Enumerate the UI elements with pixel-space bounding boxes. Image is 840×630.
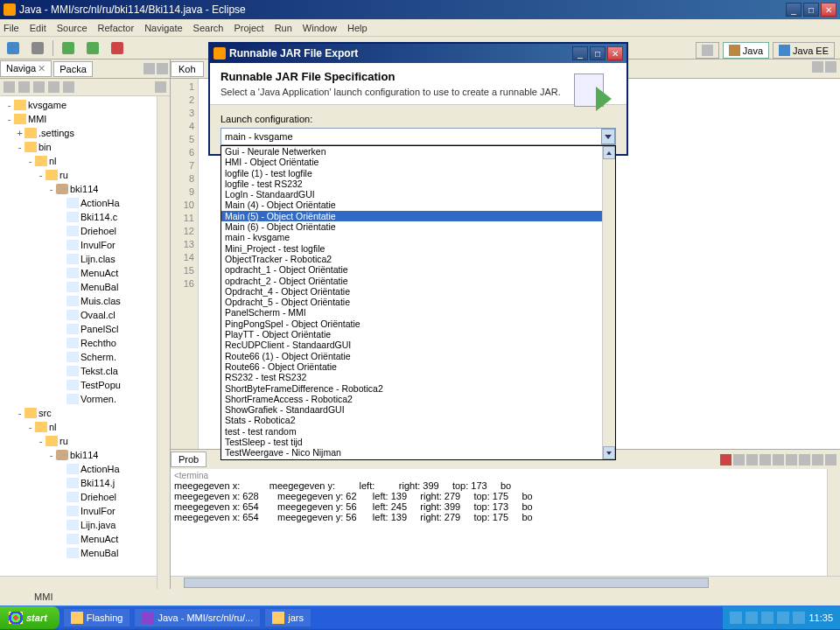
combo-option[interactable]: Opdracht_4 - Object Oriëntatie [221,286,615,297]
combo-option[interactable]: Route66 (1) - Object Oriëntatie [221,351,615,361]
tray-icon[interactable] [777,612,789,624]
tree-item[interactable]: Driehoel [2,224,168,238]
tree-item[interactable]: Muis.clas [2,294,168,308]
tree-hscrollbar[interactable] [0,576,157,589]
new-button[interactable] [4,39,23,57]
tree-item[interactable]: -ru [2,168,168,182]
taskbar-item-eclipse[interactable]: Java - MMI/src/nl/ru/... [134,608,261,627]
tree-item[interactable]: Ovaal.cl [2,308,168,322]
tree-item[interactable]: -nl [2,420,168,434]
link-icon[interactable] [63,81,74,93]
tree-item[interactable]: Bki114.c [2,210,168,224]
remove-all-icon[interactable] [746,454,758,466]
menu-source[interactable]: Source [57,23,88,33]
console-output[interactable]: <termina meegegeven x: meegegeven y: lef… [171,469,840,576]
console-max-icon[interactable] [825,454,836,466]
tree-item[interactable]: MenuAct [2,532,168,546]
open-perspective-button[interactable] [696,42,719,59]
combo-option[interactable]: ObjectTracker - Robotica2 [221,254,615,264]
tray-icon[interactable] [746,612,758,624]
combo-option[interactable]: PingPongSpel - Object Oriëntatie [221,318,615,329]
tree-item[interactable]: Lijn.java [2,518,168,532]
tree-item[interactable]: -src [2,406,168,420]
editor-tab[interactable]: Koh [171,61,204,77]
combo-option[interactable]: Main (4) - Object Oriëntatie [221,200,615,210]
tree-vscrollbar[interactable] [157,96,170,589]
menu-search[interactable]: Search [193,23,224,33]
combo-option[interactable]: test - test random [221,426,615,437]
tree-item[interactable]: -MMI [2,112,168,126]
combo-option[interactable]: TestWeergave - Nico Nijman [221,447,615,458]
tree-item[interactable]: MenuBal [2,546,168,560]
menu-file[interactable]: File [4,23,19,33]
scroll-lock-icon[interactable] [760,454,771,466]
menu-run[interactable]: Run [275,23,292,33]
tree-item[interactable]: -bki114 [2,182,168,196]
tree-item[interactable]: PanelScl [2,322,168,336]
combo-option[interactable]: Mini_Project - test logfile [221,243,615,254]
open-console-icon[interactable] [799,454,810,466]
combo-option[interactable]: main - kvsgame [221,232,615,242]
combo-option[interactable]: RecUDPClient - StandaardGUI [221,340,615,350]
combo-option[interactable]: opdracht_2 - Object Oriëntatie [221,276,615,286]
tray-icon[interactable] [761,612,774,624]
run-button[interactable] [83,39,102,57]
tree-item[interactable]: -ru [2,434,168,448]
tree-item[interactable]: MenuBal [2,280,168,294]
tree-item[interactable]: -bki114 [2,448,168,462]
scroll-up-icon[interactable] [603,146,615,159]
menu-navigate[interactable]: Navigate [144,23,182,33]
perspective-javaee[interactable]: Java EE [773,42,835,59]
tree-item[interactable]: ActionHa [2,462,168,476]
menu-window[interactable]: Window [303,23,337,33]
tray-icon[interactable] [730,612,742,624]
save-button[interactable] [28,39,47,57]
dialog-close-button[interactable]: ✕ [607,46,623,60]
console-min-icon[interactable] [812,454,823,466]
tree-item[interactable]: Vormen. [2,392,168,406]
combo-option[interactable]: RS232 - test RS232 [221,372,615,382]
menu-help[interactable]: Help [347,23,368,33]
remove-icon[interactable] [733,454,745,466]
combo-option[interactable]: LogIn - StandaardGUI [221,189,615,200]
menu-refactor[interactable]: Refactor [98,23,135,33]
up-icon[interactable] [33,81,45,93]
tree-item[interactable]: Scherm. [2,350,168,364]
tree-item[interactable]: +.settings [2,126,168,140]
debug-button[interactable] [59,39,78,57]
combo-option[interactable]: VisualSummary - Robotica2 [221,458,615,460]
combo-option[interactable]: Gui - Neurale Netwerken [221,146,615,157]
back-icon[interactable] [4,81,15,93]
tree-item[interactable]: ActionHa [2,196,168,210]
tree-item[interactable]: -bin [2,140,168,154]
project-tree[interactable]: -kvsgame-MMI+.settings-bin-nl-ru-bki114 … [0,96,170,589]
minimize-view-icon[interactable] [144,63,155,74]
display-icon[interactable] [786,454,797,466]
scroll-down-icon[interactable] [603,446,615,459]
system-tray[interactable]: 11:35 [723,606,840,629]
tree-item[interactable]: Lijn.clas [2,252,168,266]
combo-option[interactable]: Main (6) - Object Oriëntatie [221,221,615,232]
combo-option[interactable]: PlayTT - Object Oriëntatie [221,329,615,340]
combo-option[interactable]: Opdracht_5 - Object Oriëntatie [221,297,615,307]
combo-option[interactable]: TestSleep - test tijd [221,437,615,447]
perspective-java[interactable]: Java [723,42,769,59]
combo-option[interactable]: opdracht_1 - Object Oriëntatie [221,264,615,275]
tree-item[interactable]: TestPopu [2,378,168,392]
tree-item[interactable]: Driehoel [2,490,168,504]
combo-option[interactable]: logfile - test RS232 [221,178,615,189]
maximize-button[interactable]: □ [803,3,819,17]
forward-icon[interactable] [18,81,30,93]
menu-edit[interactable]: Edit [30,23,46,33]
taskbar-item-flashing[interactable]: Flashing [63,608,131,627]
menu-project[interactable]: Project [234,23,263,33]
pin-icon[interactable] [773,454,784,466]
tree-item[interactable]: Bki114.j [2,476,168,490]
problems-tab[interactable]: Prob [171,452,206,467]
close-button[interactable]: ✕ [821,3,836,17]
tray-icon[interactable] [793,612,805,624]
combo-option[interactable]: ShortByteFrameDifference - Robotica2 [221,383,615,394]
tree-item[interactable]: InvulFor [2,504,168,518]
tree-item[interactable]: -nl [2,154,168,168]
dialog-minimize-button[interactable]: _ [572,46,588,60]
